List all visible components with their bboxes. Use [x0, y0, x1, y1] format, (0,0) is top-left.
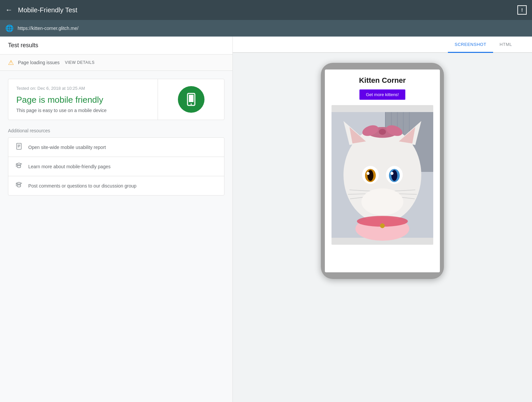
svg-marker-9 [16, 182, 22, 184]
main-content: Test results ⚠ Page loading issues VIEW … [0, 37, 532, 402]
tabs-bar: SCREENSHOT HTML [233, 37, 532, 53]
resource-discuss-label: Post comments or questions to our discus… [28, 183, 136, 189]
usability-report-icon [15, 143, 23, 151]
view-details-button[interactable]: VIEW DETAILS [65, 60, 94, 65]
resource-item-discuss[interactable]: Post comments or questions to our discus… [8, 176, 224, 195]
phone-svg [185, 93, 198, 106]
issues-bar: ⚠ Page loading issues VIEW DETAILS [0, 55, 232, 71]
right-panel: SCREENSHOT HTML Kitten Corner Get more k… [233, 37, 532, 402]
additional-resources-title: Additional resources [8, 128, 224, 133]
phone-screen: Kitten Corner Get more kittens! [325, 69, 440, 272]
app-header: ← Mobile-Friendly Test ! [0, 0, 532, 20]
app-title: Mobile-Friendly Test [18, 6, 77, 14]
resource-item-usability[interactable]: Open site-wide mobile usability report [8, 138, 224, 157]
back-button[interactable]: ← [5, 6, 13, 14]
kitten-corner-title: Kitten Corner [332, 76, 433, 85]
result-section: Tested on: Dec 6, 2018 at 10:25 AM Page … [0, 71, 232, 128]
test-results-title: Test results [8, 42, 38, 49]
svg-point-33 [391, 170, 397, 181]
svg-point-44 [380, 223, 385, 228]
mobile-friendly-title: Page is mobile friendly [16, 95, 150, 105]
result-card: Tested on: Dec 6, 2018 at 10:25 AM Page … [8, 79, 224, 120]
resources-card: Open site-wide mobile usability report L… [8, 137, 224, 196]
resource-usability-label: Open site-wide mobile usability report [28, 145, 106, 150]
header-left: ← Mobile-Friendly Test [5, 6, 77, 14]
svg-marker-7 [16, 163, 22, 165]
svg-rect-1 [189, 95, 194, 102]
url-bar: 🌐 https://kitten-corner.glitch.me/ [0, 20, 532, 37]
tab-html[interactable]: HTML [493, 37, 519, 52]
tab-screenshot[interactable]: SCREENSHOT [448, 37, 493, 52]
svg-rect-3 [17, 143, 21, 149]
mobile-friendly-icon [178, 86, 204, 113]
get-kittens-button[interactable]: Get more kittens! [359, 89, 406, 100]
tested-on-text: Tested on: Dec 6, 2018 at 10:25 AM [16, 86, 150, 91]
svg-point-34 [390, 172, 393, 175]
resource-learn-label: Learn more about mobile-friendly pages [28, 164, 110, 169]
result-card-left: Tested on: Dec 6, 2018 at 10:25 AM Page … [8, 79, 158, 120]
svg-point-29 [367, 170, 373, 181]
url-text: https://kitten-corner.glitch.me/ [18, 26, 78, 31]
result-card-right [158, 79, 224, 120]
phone-preview-area: Kitten Corner Get more kittens! [233, 53, 532, 402]
learn-icon [15, 162, 23, 171]
cat-illustration [332, 105, 433, 245]
globe-icon: 🌐 [5, 24, 14, 32]
svg-point-26 [379, 129, 386, 135]
kitten-image [332, 105, 433, 245]
svg-point-45 [361, 189, 403, 215]
notification-button[interactable]: ! [517, 5, 527, 15]
phone-frame: Kitten Corner Get more kittens! [321, 63, 444, 279]
svg-point-2 [191, 103, 192, 105]
resource-item-learn[interactable]: Learn more about mobile-friendly pages [8, 157, 224, 176]
svg-point-30 [366, 172, 369, 175]
issues-text: Page loading issues [18, 60, 60, 65]
discuss-icon [15, 182, 23, 190]
mobile-friendly-description: This page is easy to use on a mobile dev… [16, 108, 150, 113]
warning-icon: ⚠ [8, 59, 14, 67]
left-panel: Test results ⚠ Page loading issues VIEW … [0, 37, 233, 402]
test-results-header: Test results [0, 37, 232, 55]
additional-resources: Additional resources Open site-wide mobi… [0, 128, 232, 203]
